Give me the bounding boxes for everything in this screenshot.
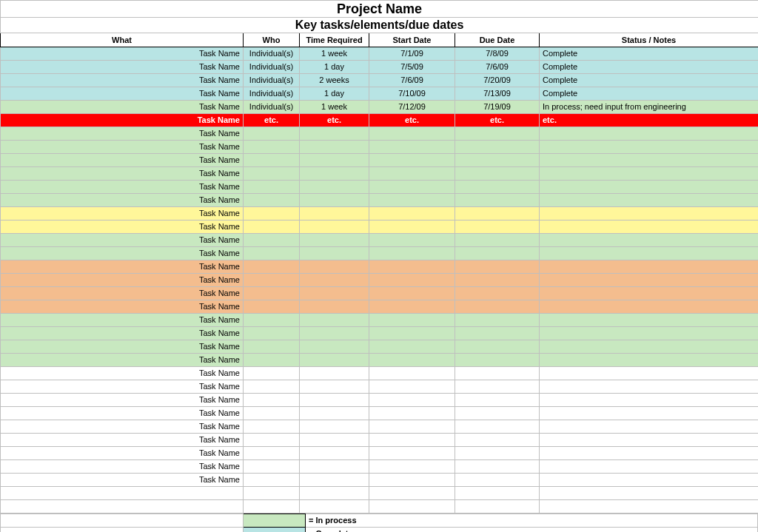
- cell-start[interactable]: 7/5/09: [369, 61, 455, 74]
- cell-due[interactable]: 7/13/09: [455, 87, 540, 101]
- cell-due[interactable]: [455, 234, 540, 247]
- cell-start[interactable]: 7/10/09: [369, 87, 455, 101]
- cell-time[interactable]: 1 week: [300, 101, 369, 114]
- cell-what[interactable]: Task Name: [1, 260, 244, 274]
- cell-who[interactable]: [244, 127, 300, 141]
- cell-start[interactable]: [369, 181, 455, 194]
- cell-who[interactable]: [244, 407, 300, 420]
- cell-what[interactable]: Task Name: [1, 474, 244, 487]
- cell-time[interactable]: [300, 287, 369, 300]
- cell-status[interactable]: [540, 141, 759, 154]
- cell-start[interactable]: [369, 474, 455, 487]
- cell-start[interactable]: [369, 300, 455, 314]
- cell-time[interactable]: [300, 260, 369, 274]
- col-header-start[interactable]: Start Date: [369, 33, 455, 47]
- cell-start[interactable]: [369, 167, 455, 181]
- cell-what[interactable]: Task Name: [1, 460, 244, 474]
- cell-due[interactable]: [455, 274, 540, 287]
- cell-who[interactable]: [244, 207, 300, 220]
- cell-start[interactable]: [369, 407, 455, 420]
- cell-due[interactable]: [455, 154, 540, 167]
- cell-start[interactable]: [369, 380, 455, 394]
- cell-what[interactable]: Task Name: [1, 101, 244, 114]
- cell-what[interactable]: Task Name: [1, 247, 244, 260]
- cell-status[interactable]: [540, 420, 759, 434]
- cell-time[interactable]: [300, 394, 369, 407]
- cell-start[interactable]: [369, 234, 455, 247]
- cell-who[interactable]: Individual(s): [244, 101, 300, 114]
- cell-time[interactable]: [300, 327, 369, 340]
- cell-due[interactable]: 7/8/09: [455, 47, 540, 61]
- cell-due[interactable]: 7/6/09: [455, 61, 540, 74]
- cell-time[interactable]: etc.: [300, 114, 369, 127]
- cell-start[interactable]: 7/1/09: [369, 47, 455, 61]
- cell-start[interactable]: [369, 127, 455, 141]
- cell-what[interactable]: Task Name: [1, 354, 244, 367]
- cell-what[interactable]: Task Name: [1, 420, 244, 434]
- cell-what[interactable]: Task Name: [1, 220, 244, 234]
- cell-status[interactable]: [540, 220, 759, 234]
- cell-what[interactable]: Task Name: [1, 114, 244, 127]
- cell-status[interactable]: In process; need input from engineering: [540, 101, 759, 114]
- cell-status[interactable]: [540, 474, 759, 487]
- cell-due[interactable]: [455, 194, 540, 207]
- cell-what[interactable]: Task Name: [1, 300, 244, 314]
- cell-who[interactable]: [244, 260, 300, 274]
- cell-who[interactable]: [244, 220, 300, 234]
- cell-due[interactable]: [455, 394, 540, 407]
- cell-who[interactable]: Individual(s): [244, 74, 300, 87]
- cell-start[interactable]: etc.: [369, 114, 455, 127]
- cell-what[interactable]: Task Name: [1, 127, 244, 141]
- cell-what[interactable]: Task Name: [1, 407, 244, 420]
- cell-status[interactable]: [540, 207, 759, 220]
- cell-status[interactable]: [540, 154, 759, 167]
- cell-due[interactable]: etc.: [455, 114, 540, 127]
- cell-what[interactable]: Task Name: [1, 194, 244, 207]
- cell-status[interactable]: [540, 407, 759, 420]
- cell-status[interactable]: [540, 314, 759, 327]
- cell-what[interactable]: Task Name: [1, 380, 244, 394]
- cell-status[interactable]: [540, 380, 759, 394]
- cell-status[interactable]: [540, 234, 759, 247]
- cell-start[interactable]: [369, 434, 455, 447]
- cell-start[interactable]: [369, 354, 455, 367]
- page-subtitle[interactable]: Key tasks/elements/due dates: [1, 18, 759, 33]
- cell-start[interactable]: [369, 327, 455, 340]
- cell-start[interactable]: [369, 247, 455, 260]
- cell-time[interactable]: [300, 380, 369, 394]
- cell-due[interactable]: [455, 141, 540, 154]
- cell-what[interactable]: Task Name: [1, 87, 244, 101]
- cell-status[interactable]: [540, 394, 759, 407]
- cell-time[interactable]: [300, 407, 369, 420]
- cell-time[interactable]: [300, 234, 369, 247]
- cell-due[interactable]: [455, 340, 540, 354]
- cell-status[interactable]: [540, 367, 759, 380]
- cell-what[interactable]: Task Name: [1, 181, 244, 194]
- cell-due[interactable]: [455, 167, 540, 181]
- cell-time[interactable]: [300, 127, 369, 141]
- cell-due[interactable]: [455, 247, 540, 260]
- cell-due[interactable]: [455, 260, 540, 274]
- col-header-status[interactable]: Status / Notes: [540, 33, 759, 47]
- cell-start[interactable]: [369, 260, 455, 274]
- col-header-what[interactable]: What: [1, 33, 244, 47]
- cell-time[interactable]: [300, 194, 369, 207]
- cell-who[interactable]: [244, 434, 300, 447]
- cell-time[interactable]: 1 day: [300, 87, 369, 101]
- cell-start[interactable]: [369, 460, 455, 474]
- cell-start[interactable]: [369, 154, 455, 167]
- cell-start[interactable]: 7/6/09: [369, 74, 455, 87]
- cell-what[interactable]: Task Name: [1, 340, 244, 354]
- cell-what[interactable]: Task Name: [1, 274, 244, 287]
- cell-start[interactable]: [369, 220, 455, 234]
- cell-what[interactable]: Task Name: [1, 287, 244, 300]
- cell-start[interactable]: [369, 274, 455, 287]
- cell-start[interactable]: [369, 447, 455, 460]
- cell-due[interactable]: [455, 380, 540, 394]
- cell-status[interactable]: [540, 247, 759, 260]
- cell-what[interactable]: Task Name: [1, 141, 244, 154]
- cell-who[interactable]: etc.: [244, 114, 300, 127]
- cell-due[interactable]: [455, 420, 540, 434]
- cell-status[interactable]: [540, 434, 759, 447]
- cell-time[interactable]: 1 day: [300, 61, 369, 74]
